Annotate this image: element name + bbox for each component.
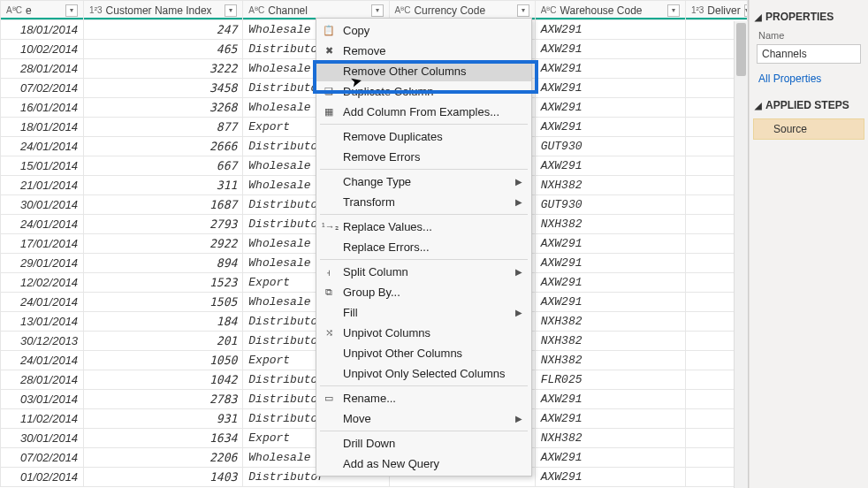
cell[interactable]: 24/01/2014 (1, 293, 84, 312)
cell[interactable]: 24/01/2014 (1, 215, 84, 234)
applied-steps-header[interactable]: ◢ APPLIED STEPS (753, 94, 864, 117)
menu-item[interactable]: ✖Remove (316, 41, 531, 61)
cell[interactable]: 30/01/2014 (1, 195, 84, 215)
cell[interactable]: 03/01/2014 (1, 390, 84, 409)
vertical-scrollbar[interactable] (734, 21, 748, 488)
cell[interactable]: 11/02/2014 (1, 409, 84, 429)
cell[interactable]: AXW291 (535, 409, 685, 429)
cell[interactable]: AXW291 (535, 59, 685, 79)
cell[interactable]: NXH382 (535, 176, 685, 195)
cell[interactable]: 24/01/2014 (1, 137, 84, 156)
menu-item[interactable]: Change Type▶ (316, 172, 531, 192)
cell[interactable]: 877 (84, 118, 243, 137)
column-header[interactable]: 1²3Deliver▾ (685, 1, 747, 20)
cell[interactable]: AXW291 (535, 293, 685, 312)
cell[interactable]: 12/02/2014 (1, 273, 84, 293)
cell[interactable]: 15/01/2014 (1, 156, 84, 176)
cell[interactable]: 17/01/2014 (1, 234, 84, 254)
filter-dropdown-button[interactable]: ▾ (371, 4, 384, 17)
menu-item[interactable]: Replace Errors... (316, 237, 531, 257)
cell[interactable]: AXW291 (535, 390, 685, 409)
cell[interactable]: 1523 (84, 273, 243, 293)
cell[interactable]: 311 (84, 176, 243, 195)
cell[interactable]: FLR025 (535, 370, 685, 390)
cell[interactable]: AXW291 (535, 273, 685, 293)
menu-item[interactable]: Move▶ (316, 408, 531, 429)
cell[interactable]: GUT930 (535, 195, 685, 215)
cell[interactable]: 18/01/2014 (1, 20, 84, 40)
menu-item[interactable]: Transform▶ (316, 192, 531, 212)
cell[interactable]: 18/01/2014 (1, 118, 84, 137)
cell[interactable]: 1505 (84, 293, 243, 312)
menu-item[interactable]: ⫞Split Column▶ (316, 262, 531, 282)
cell[interactable]: 28/01/2014 (1, 370, 84, 390)
column-header[interactable]: AᴮCWarehouse Code▾ (535, 1, 685, 20)
menu-item[interactable]: ⤭Unpivot Columns (316, 323, 531, 343)
cell[interactable]: 3458 (84, 79, 243, 98)
menu-item[interactable]: Drill Down (316, 433, 531, 454)
cell[interactable]: AXW291 (535, 118, 685, 137)
cell[interactable]: AXW291 (535, 234, 685, 254)
cell[interactable]: 1634 (84, 429, 243, 448)
cell[interactable]: 30/12/2013 (1, 332, 84, 351)
cell[interactable]: 1050 (84, 351, 243, 370)
cell[interactable]: 931 (84, 409, 243, 429)
filter-dropdown-button[interactable]: ▾ (225, 4, 237, 17)
filter-dropdown-button[interactable]: ▾ (517, 4, 529, 17)
applied-step[interactable]: Source (753, 118, 864, 140)
menu-item[interactable]: Unpivot Other Columns (316, 343, 531, 363)
cell[interactable]: 16/01/2014 (1, 98, 84, 118)
filter-dropdown-button[interactable]: ▾ (744, 4, 748, 17)
menu-item[interactable]: ▦Add Column From Examples... (316, 102, 531, 122)
all-properties-link[interactable]: All Properties (753, 69, 864, 94)
filter-dropdown-button[interactable]: ▾ (667, 4, 680, 17)
cell[interactable]: 3222 (84, 59, 243, 79)
cell[interactable]: NXH382 (535, 332, 685, 351)
menu-item[interactable]: Fill▶ (316, 302, 531, 323)
cell[interactable]: 894 (84, 254, 243, 273)
cell[interactable]: 184 (84, 312, 243, 332)
cell[interactable]: 2206 (84, 448, 243, 468)
menu-item[interactable]: Add as New Query (316, 454, 531, 474)
column-header[interactable]: AᴮCe▾ (1, 1, 84, 20)
cell[interactable]: NXH382 (535, 215, 685, 234)
cell[interactable]: 01/02/2014 (1, 468, 84, 487)
scrollbar-thumb[interactable] (736, 23, 746, 76)
query-name-input[interactable]: Channels (757, 44, 861, 64)
filter-dropdown-button[interactable]: ▾ (65, 4, 78, 17)
cell[interactable]: 24/01/2014 (1, 351, 84, 370)
cell[interactable]: NXH382 (535, 429, 685, 448)
menu-item[interactable]: ¹→₂Replace Values... (316, 217, 531, 237)
cell[interactable]: 07/02/2014 (1, 79, 84, 98)
cell[interactable]: 1042 (84, 370, 243, 390)
cell[interactable]: 21/01/2014 (1, 176, 84, 195)
cell[interactable]: 2783 (84, 390, 243, 409)
cell[interactable]: 3268 (84, 98, 243, 118)
cell[interactable]: AXW291 (535, 98, 685, 118)
cell[interactable]: 2922 (84, 234, 243, 254)
cell[interactable]: 07/02/2014 (1, 448, 84, 468)
cell[interactable]: 2793 (84, 215, 243, 234)
cell[interactable]: 247 (84, 20, 243, 40)
cell[interactable]: 1687 (84, 195, 243, 215)
cell[interactable]: 1403 (84, 468, 243, 487)
cell[interactable]: 465 (84, 40, 243, 59)
cell[interactable]: NXH382 (535, 312, 685, 332)
cell[interactable]: 30/01/2014 (1, 429, 84, 448)
menu-item[interactable]: ▭Rename... (316, 388, 531, 408)
cell[interactable]: 2666 (84, 137, 243, 156)
cell[interactable]: 667 (84, 156, 243, 176)
column-header[interactable]: 1²3Customer Name Index▾ (84, 1, 243, 20)
menu-item[interactable]: ❏Duplicate Column (316, 81, 531, 102)
menu-item[interactable]: 📋Copy (316, 20, 531, 41)
cell[interactable]: AXW291 (535, 40, 685, 59)
cell[interactable]: AXW291 (535, 448, 685, 468)
cell[interactable]: NXH382 (535, 351, 685, 370)
cell[interactable]: GUT930 (535, 137, 685, 156)
menu-item[interactable]: ⧉Group By... (316, 282, 531, 302)
cell[interactable]: AXW291 (535, 468, 685, 487)
cell[interactable]: 201 (84, 332, 243, 351)
cell[interactable]: 28/01/2014 (1, 59, 84, 79)
cell[interactable]: AXW291 (535, 79, 685, 98)
cell[interactable]: 29/01/2014 (1, 254, 84, 273)
